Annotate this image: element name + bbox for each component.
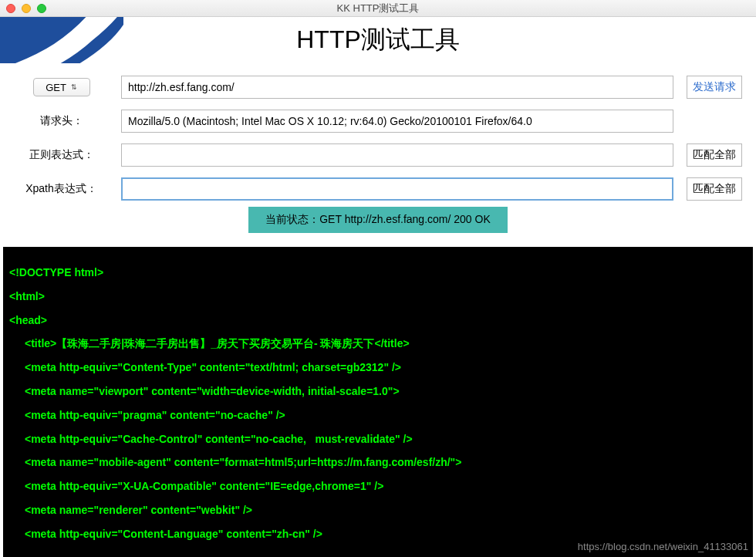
- code-line: <meta http-equiv="X-UA-Compatible" conte…: [9, 474, 747, 498]
- headers-row: 请求头：: [9, 110, 747, 133]
- xpath-input[interactable]: [121, 177, 673, 201]
- response-output[interactable]: <!DOCTYPE html><html><head><title>【珠海二手房…: [3, 247, 753, 557]
- xpath-match-button[interactable]: 匹配全部: [687, 177, 742, 201]
- watermark: https://blog.csdn.net/weixin_41133061: [578, 541, 748, 552]
- regex-input[interactable]: [121, 143, 673, 167]
- chevron-updown-icon: ⇅: [71, 84, 77, 91]
- headers-label: 请求头：: [9, 114, 113, 128]
- url-row: GET ⇅ 发送请求: [9, 76, 747, 99]
- page-title: HTTP测试工具: [296, 23, 460, 57]
- status-badge: 当前状态：GET http://zh.esf.fang.com/ 200 OK: [248, 207, 508, 233]
- regex-row: 正则表达式： 匹配全部: [9, 143, 747, 167]
- code-line: <head>: [9, 309, 747, 333]
- window-title: KK HTTP测试工具: [6, 2, 750, 15]
- code-line: <meta http-equiv="Cache-Control" content…: [9, 427, 747, 451]
- code-line: <meta name="renderer" content="webkit" /…: [9, 498, 747, 522]
- send-request-button[interactable]: 发送请求: [687, 76, 742, 99]
- method-value: GET: [46, 82, 66, 93]
- code-line: <html>: [9, 285, 747, 309]
- maximize-icon[interactable]: [37, 4, 46, 13]
- code-line: <meta http-equiv="pragma" content="no-ca…: [9, 403, 747, 427]
- url-input[interactable]: [121, 76, 673, 99]
- status-bar: 当前状态：GET http://zh.esf.fang.com/ 200 OK: [9, 207, 747, 233]
- regex-match-button[interactable]: 匹配全部: [687, 143, 742, 167]
- controls-panel: GET ⇅ 发送请求 请求头： 正则表达式： 匹配全部 Xpath表达式：: [0, 63, 756, 247]
- regex-label: 正则表达式：: [9, 148, 113, 162]
- code-line: <meta name="viewport" content="width=dev…: [9, 380, 747, 403]
- banner-decoration-icon: [0, 17, 123, 63]
- code-line: <title>【珠海二手房|珠海二手房出售】_房天下买房交易平台- 珠海房天下<…: [9, 332, 747, 356]
- xpath-row: Xpath表达式： 匹配全部: [9, 177, 747, 201]
- close-icon[interactable]: [6, 4, 15, 13]
- titlebar: KK HTTP测试工具: [0, 0, 756, 17]
- code-line: <!DOCTYPE html>: [9, 261, 747, 285]
- code-line: <meta http-equiv="Content-Type" content=…: [9, 356, 747, 380]
- window-controls: [6, 4, 46, 13]
- xpath-label: Xpath表达式：: [9, 182, 113, 196]
- banner: HTTP测试工具: [0, 17, 756, 63]
- headers-input[interactable]: [121, 110, 673, 133]
- code-line: <meta name="mobile-agent" content="forma…: [9, 451, 747, 474]
- minimize-icon[interactable]: [22, 4, 31, 13]
- method-select[interactable]: GET ⇅: [33, 78, 90, 96]
